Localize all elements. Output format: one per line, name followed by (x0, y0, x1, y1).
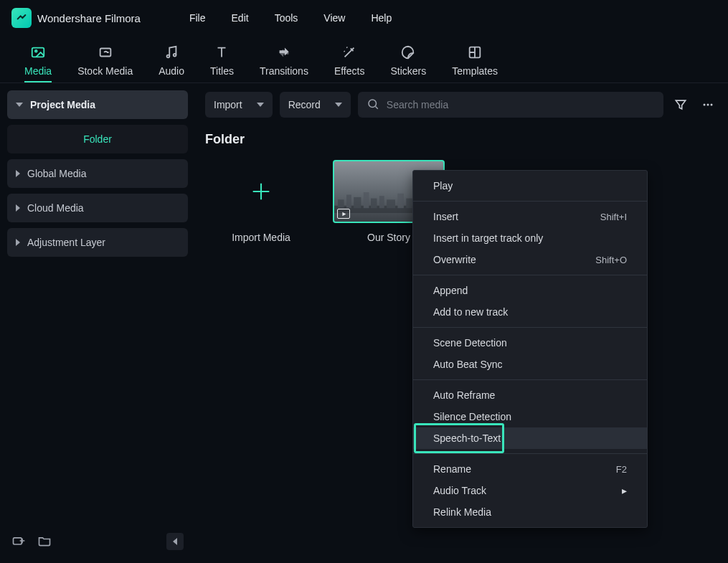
context-menu-label: Append (433, 285, 468, 296)
tab-media[interactable]: Media (11, 36, 65, 82)
tab-stock-media[interactable]: Stock Media (65, 36, 146, 82)
import-dropdown[interactable]: Import (205, 92, 273, 118)
context-menu-separator (413, 453, 647, 454)
context-menu-label: Overwrite (433, 254, 476, 265)
svg-rect-15 (364, 192, 369, 208)
context-menu-item[interactable]: RenameF2 (413, 458, 647, 480)
import-media-card[interactable]: Import Media (205, 160, 317, 243)
svg-point-8 (704, 104, 706, 106)
chevron-down-icon (335, 103, 342, 107)
sidebar-header-label: Project Media (30, 99, 95, 110)
sidebar-project-media[interactable]: Project Media (7, 90, 188, 119)
menu-view[interactable]: View (323, 12, 345, 24)
svg-rect-18 (387, 199, 395, 208)
svg-point-10 (711, 104, 713, 106)
title-bar: Wondershare Filmora File Edit Tools View… (0, 0, 728, 36)
svg-rect-19 (397, 194, 404, 208)
chevron-right-icon (16, 204, 20, 212)
context-menu-label: Audio Track (433, 485, 486, 496)
sidebar-item-label: Global Media (27, 168, 87, 179)
chevron-down-icon (257, 103, 264, 107)
context-menu-item[interactable]: Speech-to-Text (413, 427, 647, 449)
app-name: Wondershare Filmora (37, 12, 141, 24)
context-menu-label: Insert in target track only (433, 232, 543, 244)
chevron-right-icon (16, 239, 20, 246)
svg-point-3 (167, 55, 170, 58)
context-menu-item[interactable]: OverwriteShift+O (413, 249, 647, 270)
context-menu-label: Auto Beat Sync (433, 359, 503, 370)
sidebar-adjustment-layer[interactable]: Adjustment Layer (7, 228, 188, 257)
context-menu-item[interactable]: Append (413, 280, 647, 301)
menu-help[interactable]: Help (371, 12, 392, 24)
app-logo-icon (11, 8, 32, 28)
context-menu-item[interactable]: Play (413, 175, 647, 197)
clip-context-menu: PlayInsertShift+IInsert in target track … (412, 170, 648, 528)
tab-audio[interactable]: Audio (146, 36, 197, 82)
context-menu-item[interactable]: Relink Media (413, 501, 647, 523)
cloud-image-icon (97, 44, 114, 61)
tab-transitions[interactable]: Transitions (247, 36, 321, 82)
tab-label: Media (24, 65, 52, 77)
context-menu-item[interactable]: Add to new track (413, 301, 647, 323)
context-menu-shortcut: F2 (616, 464, 627, 475)
context-menu-item[interactable]: Silence Detection (413, 406, 647, 427)
sticker-icon (400, 44, 417, 61)
context-menu-shortcut: Shift+I (600, 212, 627, 222)
svg-rect-20 (406, 199, 412, 209)
context-menu-label: Play (433, 180, 453, 191)
tab-templates[interactable]: Templates (439, 36, 511, 82)
tab-label: Stickers (390, 65, 426, 77)
context-menu-label: Rename (433, 463, 471, 475)
context-menu-label: Scene Detection (433, 337, 507, 349)
context-menu-label: Auto Reframe (433, 389, 495, 401)
main-menu: File Edit Tools View Help (189, 12, 392, 24)
context-menu-item[interactable]: Auto Beat Sync (413, 354, 647, 375)
menu-edit[interactable]: Edit (232, 12, 249, 24)
more-icon[interactable] (698, 95, 718, 115)
context-menu-item[interactable]: Insert in target track only (413, 227, 647, 249)
tab-label: Titles (210, 65, 234, 77)
new-folder-icon[interactable] (37, 534, 52, 550)
sidebar: Project Media Folder Global Media Cloud … (0, 83, 195, 563)
search-input[interactable] (387, 99, 655, 110)
chevron-right-icon: ▸ (622, 485, 627, 496)
search-icon (367, 98, 379, 113)
add-subfolder-icon[interactable] (11, 534, 26, 550)
svg-rect-2 (100, 49, 110, 57)
svg-point-9 (707, 104, 709, 106)
svg-point-7 (369, 100, 377, 108)
menu-file[interactable]: File (189, 12, 206, 24)
filter-icon[interactable] (671, 95, 691, 115)
tab-label: Templates (452, 65, 498, 77)
sidebar-folder[interactable]: Folder (7, 125, 188, 153)
layout-icon (466, 44, 483, 61)
content-toolbar: Import Record (205, 90, 718, 119)
chevron-down-icon (16, 103, 23, 107)
menu-tools[interactable]: Tools (275, 12, 298, 24)
context-menu-label: Insert (433, 211, 458, 222)
sparkle-icon (341, 44, 358, 61)
import-label: Import (214, 99, 242, 110)
context-menu-separator (413, 275, 647, 275)
tab-label: Stock Media (77, 65, 133, 77)
sidebar-global-media[interactable]: Global Media (7, 159, 188, 188)
svg-point-1 (35, 50, 37, 52)
brand: Wondershare Filmora (11, 8, 141, 28)
sidebar-cloud-media[interactable]: Cloud Media (7, 194, 188, 222)
tab-label: Audio (159, 65, 184, 77)
context-menu-label: Relink Media (433, 506, 491, 518)
workspace-tabs: Media Stock Media Audio Titles Transitio… (0, 36, 728, 83)
context-menu-item[interactable]: InsertShift+I (413, 206, 647, 227)
chevron-right-icon (16, 170, 20, 177)
collapse-sidebar-button[interactable] (166, 533, 184, 550)
context-menu-label: Speech-to-Text (433, 432, 501, 444)
tab-stickers[interactable]: Stickers (377, 36, 439, 82)
record-dropdown[interactable]: Record (280, 92, 351, 118)
tab-titles[interactable]: Titles (197, 36, 247, 82)
context-menu-item[interactable]: Audio Track▸ (413, 480, 647, 501)
sidebar-folder-label: Folder (83, 133, 112, 145)
context-menu-item[interactable]: Auto Reframe (413, 384, 647, 406)
svg-rect-13 (346, 195, 351, 209)
context-menu-item[interactable]: Scene Detection (413, 332, 647, 354)
tab-effects[interactable]: Effects (321, 36, 378, 82)
